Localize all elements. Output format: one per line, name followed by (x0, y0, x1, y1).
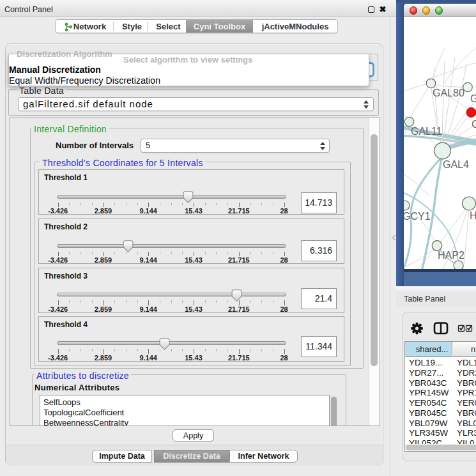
svg-text:GCY1: GCY1 (404, 211, 431, 222)
svg-text:HAP2: HAP2 (438, 250, 464, 261)
svg-text:GAL80: GAL80 (433, 88, 464, 98)
svg-text:H: H (470, 210, 476, 221)
svg-text:CY: CY (472, 119, 476, 130)
svg-text:GAL11: GAL11 (411, 126, 442, 137)
svg-text:GAL4: GAL4 (443, 159, 469, 170)
svg-text:GA: GA (470, 93, 476, 104)
